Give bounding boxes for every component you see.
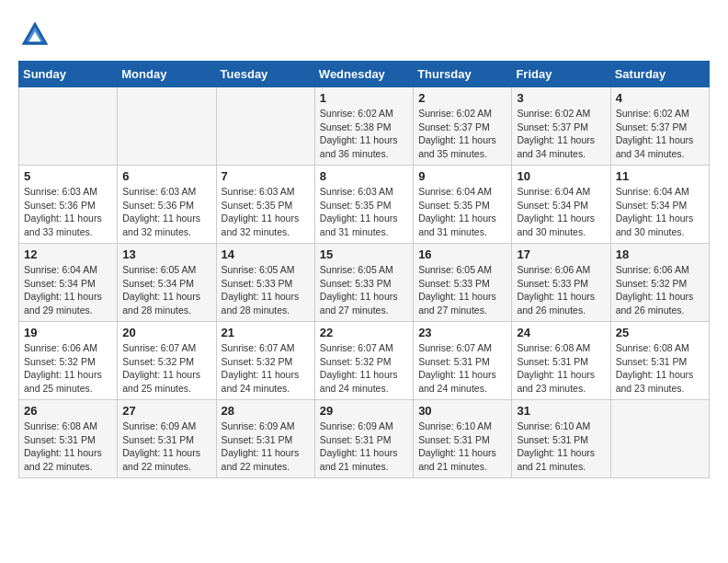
calendar-table: SundayMondayTuesdayWednesdayThursdayFrid… [18,61,710,478]
calendar-cell: 2Sunrise: 6:02 AM Sunset: 5:37 PM Daylig… [414,87,512,166]
day-number: 18 [616,247,704,261]
day-info: Sunrise: 6:09 AM Sunset: 5:31 PM Dayligh… [122,419,210,474]
calendar-cell: 28Sunrise: 6:09 AM Sunset: 5:31 PM Dayli… [216,400,314,478]
day-info: Sunrise: 6:10 AM Sunset: 5:31 PM Dayligh… [517,419,605,474]
day-number: 6 [122,169,210,183]
calendar-cell: 26Sunrise: 6:08 AM Sunset: 5:31 PM Dayli… [19,400,118,478]
day-info: Sunrise: 6:07 AM Sunset: 5:32 PM Dayligh… [122,341,210,396]
logo [18,18,55,52]
day-number: 16 [418,247,506,261]
day-info: Sunrise: 6:07 AM Sunset: 5:32 PM Dayligh… [320,341,408,396]
day-number: 10 [517,169,605,183]
calendar-cell: 21Sunrise: 6:07 AM Sunset: 5:32 PM Dayli… [216,322,314,400]
day-number: 21 [222,326,310,339]
day-info: Sunrise: 6:02 AM Sunset: 5:37 PM Dayligh… [418,107,506,161]
day-number: 5 [24,169,112,183]
calendar-cell: 5Sunrise: 6:03 AM Sunset: 5:36 PM Daylig… [19,166,118,244]
day-info: Sunrise: 6:07 AM Sunset: 5:31 PM Dayligh… [418,341,506,396]
day-info: Sunrise: 6:03 AM Sunset: 5:35 PM Dayligh… [222,185,310,239]
day-info: Sunrise: 6:10 AM Sunset: 5:31 PM Dayligh… [418,419,506,474]
day-number: 11 [616,169,704,183]
day-info: Sunrise: 6:08 AM Sunset: 5:31 PM Dayligh… [616,341,704,396]
calendar-cell: 14Sunrise: 6:05 AM Sunset: 5:33 PM Dayli… [216,244,314,322]
day-info: Sunrise: 6:05 AM Sunset: 5:34 PM Dayligh… [122,263,210,317]
calendar-cell [118,87,216,166]
day-info: Sunrise: 6:06 AM Sunset: 5:32 PM Dayligh… [616,263,704,317]
day-number: 9 [418,169,506,183]
day-info: Sunrise: 6:04 AM Sunset: 5:35 PM Dayligh… [418,185,506,239]
day-number: 22 [320,326,408,339]
calendar-cell: 3Sunrise: 6:02 AM Sunset: 5:37 PM Daylig… [512,87,610,166]
header-day-wednesday: Wednesday [314,62,413,87]
day-info: Sunrise: 6:06 AM Sunset: 5:32 PM Dayligh… [24,341,112,396]
calendar-cell [610,400,709,478]
calendar-cell: 16Sunrise: 6:05 AM Sunset: 5:33 PM Dayli… [414,244,512,322]
day-info: Sunrise: 6:09 AM Sunset: 5:31 PM Dayligh… [320,419,408,474]
day-info: Sunrise: 6:04 AM Sunset: 5:34 PM Dayligh… [24,263,112,317]
day-number: 15 [320,247,408,261]
calendar-cell: 24Sunrise: 6:08 AM Sunset: 5:31 PM Dayli… [512,322,610,400]
calendar-cell: 27Sunrise: 6:09 AM Sunset: 5:31 PM Dayli… [118,400,216,478]
page-header [18,18,710,52]
day-number: 1 [320,91,408,105]
calendar-cell: 1Sunrise: 6:02 AM Sunset: 5:38 PM Daylig… [314,87,413,166]
calendar-cell: 25Sunrise: 6:08 AM Sunset: 5:31 PM Dayli… [610,322,709,400]
day-number: 3 [517,91,605,105]
day-number: 4 [616,91,704,105]
header-day-thursday: Thursday [414,62,512,87]
day-number: 13 [122,247,210,261]
day-info: Sunrise: 6:03 AM Sunset: 5:36 PM Dayligh… [122,185,210,239]
day-info: Sunrise: 6:06 AM Sunset: 5:33 PM Dayligh… [517,263,605,317]
day-number: 24 [517,326,605,339]
day-number: 20 [122,326,210,339]
calendar-cell: 30Sunrise: 6:10 AM Sunset: 5:31 PM Dayli… [414,400,512,478]
calendar-cell: 17Sunrise: 6:06 AM Sunset: 5:33 PM Dayli… [512,244,610,322]
calendar-week-1: 1Sunrise: 6:02 AM Sunset: 5:38 PM Daylig… [19,87,710,166]
day-info: Sunrise: 6:03 AM Sunset: 5:35 PM Dayligh… [320,185,408,239]
calendar-cell: 31Sunrise: 6:10 AM Sunset: 5:31 PM Dayli… [512,400,610,478]
calendar-cell: 23Sunrise: 6:07 AM Sunset: 5:31 PM Dayli… [414,322,512,400]
day-info: Sunrise: 6:08 AM Sunset: 5:31 PM Dayligh… [517,341,605,396]
header-day-monday: Monday [118,62,216,87]
calendar-week-4: 19Sunrise: 6:06 AM Sunset: 5:32 PM Dayli… [19,322,710,400]
calendar-body: 1Sunrise: 6:02 AM Sunset: 5:38 PM Daylig… [19,87,710,478]
calendar-week-3: 12Sunrise: 6:04 AM Sunset: 5:34 PM Dayli… [19,244,710,322]
calendar-cell: 6Sunrise: 6:03 AM Sunset: 5:36 PM Daylig… [118,166,216,244]
header-day-saturday: Saturday [610,62,709,87]
day-info: Sunrise: 6:05 AM Sunset: 5:33 PM Dayligh… [222,263,310,317]
day-number: 26 [24,404,112,418]
day-info: Sunrise: 6:02 AM Sunset: 5:37 PM Dayligh… [616,107,704,161]
calendar-cell: 19Sunrise: 6:06 AM Sunset: 5:32 PM Dayli… [19,322,118,400]
calendar-week-5: 26Sunrise: 6:08 AM Sunset: 5:31 PM Dayli… [19,400,710,478]
calendar-week-2: 5Sunrise: 6:03 AM Sunset: 5:36 PM Daylig… [19,166,710,244]
calendar-cell: 7Sunrise: 6:03 AM Sunset: 5:35 PM Daylig… [216,166,314,244]
day-number: 17 [517,247,605,261]
day-info: Sunrise: 6:08 AM Sunset: 5:31 PM Dayligh… [24,419,112,474]
day-info: Sunrise: 6:02 AM Sunset: 5:37 PM Dayligh… [517,107,605,161]
calendar-cell: 18Sunrise: 6:06 AM Sunset: 5:32 PM Dayli… [610,244,709,322]
calendar-cell: 12Sunrise: 6:04 AM Sunset: 5:34 PM Dayli… [19,244,118,322]
calendar-cell [216,87,314,166]
logo-icon [18,18,51,52]
calendar-cell: 22Sunrise: 6:07 AM Sunset: 5:32 PM Dayli… [314,322,413,400]
day-info: Sunrise: 6:02 AM Sunset: 5:38 PM Dayligh… [320,107,408,161]
calendar-cell: 8Sunrise: 6:03 AM Sunset: 5:35 PM Daylig… [314,166,413,244]
calendar-cell: 20Sunrise: 6:07 AM Sunset: 5:32 PM Dayli… [118,322,216,400]
header-day-sunday: Sunday [19,62,118,87]
day-number: 19 [24,326,112,339]
day-number: 25 [616,326,704,339]
day-info: Sunrise: 6:05 AM Sunset: 5:33 PM Dayligh… [418,263,506,317]
day-info: Sunrise: 6:04 AM Sunset: 5:34 PM Dayligh… [517,185,605,239]
day-info: Sunrise: 6:05 AM Sunset: 5:33 PM Dayligh… [320,263,408,317]
day-info: Sunrise: 6:04 AM Sunset: 5:34 PM Dayligh… [616,185,704,239]
day-number: 12 [24,247,112,261]
calendar-cell: 10Sunrise: 6:04 AM Sunset: 5:34 PM Dayli… [512,166,610,244]
day-number: 14 [222,247,310,261]
day-number: 2 [418,91,506,105]
day-number: 7 [222,169,310,183]
calendar-cell: 13Sunrise: 6:05 AM Sunset: 5:34 PM Dayli… [118,244,216,322]
calendar-cell [19,87,118,166]
header-day-friday: Friday [512,62,610,87]
day-number: 27 [122,404,210,418]
day-info: Sunrise: 6:09 AM Sunset: 5:31 PM Dayligh… [222,419,310,474]
